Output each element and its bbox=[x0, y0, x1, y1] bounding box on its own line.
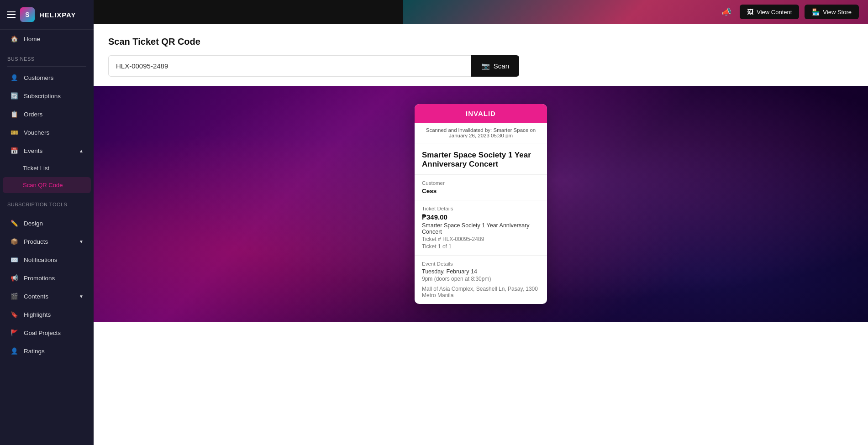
sidebar-item-highlights[interactable]: 🔖 Highlights bbox=[3, 306, 91, 323]
view-content-button[interactable]: 🖼 View Content bbox=[740, 5, 799, 19]
scan-qr-label: Scan QR Code bbox=[23, 182, 63, 188]
sidebar-item-ticket-list[interactable]: Ticket List bbox=[3, 160, 91, 176]
scan-footer bbox=[94, 322, 868, 359]
events-chevron: ▲ bbox=[79, 148, 84, 153]
goal-projects-icon: 🚩 bbox=[10, 329, 18, 337]
sidebar-item-events[interactable]: 📅 Events ▲ bbox=[3, 142, 91, 159]
sidebar-item-design[interactable]: ✏️ Design bbox=[3, 215, 91, 232]
notifications-label: Notifications bbox=[24, 257, 58, 263]
scan-input-row: 📷 Scan bbox=[108, 55, 519, 77]
sidebar-item-scan-qr[interactable]: Scan QR Code bbox=[3, 177, 91, 193]
orders-icon: 📋 bbox=[10, 110, 18, 118]
camera-icon: 📷 bbox=[481, 62, 490, 70]
result-status: INVALID bbox=[415, 104, 547, 123]
ticket-details-section: Ticket Details ₱349.00 Smarter Space Soc… bbox=[415, 200, 547, 256]
event-details-label: Event Details bbox=[422, 261, 540, 267]
sidebar: S HELIXPAY 🏠 Home Business 👤 Customers 🔄… bbox=[0, 0, 94, 445]
ratings-label: Ratings bbox=[24, 348, 45, 355]
customer-label: Customer bbox=[422, 180, 540, 186]
orders-label: Orders bbox=[24, 111, 42, 118]
sidebar-header: S HELIXPAY bbox=[0, 0, 94, 30]
sidebar-item-ratings[interactable]: 👤 Ratings bbox=[3, 342, 91, 360]
scan-header: Scan Ticket QR Code 📷 Scan bbox=[94, 24, 868, 86]
highlights-label: Highlights bbox=[24, 311, 51, 318]
highlights-icon: 🔖 bbox=[10, 310, 18, 319]
scan-button[interactable]: 📷 Scan bbox=[471, 55, 519, 77]
page-title: Scan Ticket QR Code bbox=[108, 37, 853, 47]
scan-page: Scan Ticket QR Code 📷 Scan INVALID Scann… bbox=[94, 24, 868, 445]
sidebar-item-goal-projects[interactable]: 🚩 Goal Projects bbox=[3, 324, 91, 341]
sidebar-item-subscriptions[interactable]: 🔄 Subscriptions bbox=[3, 87, 91, 105]
sidebar-item-promotions[interactable]: 📢 Promotions bbox=[3, 269, 91, 287]
main-content: Scan Ticket QR Code 📷 Scan INVALID Scann… bbox=[94, 24, 868, 445]
events-label: Events bbox=[24, 147, 42, 154]
logo-icon: S bbox=[20, 7, 35, 22]
event-location: Mall of Asia Complex, Seashell Ln, Pasay… bbox=[422, 286, 540, 298]
customers-label: Customers bbox=[24, 74, 53, 81]
design-label: Design bbox=[24, 220, 43, 227]
customer-name: Cess bbox=[422, 188, 540, 194]
scan-button-label: Scan bbox=[494, 62, 509, 70]
view-store-icon: 🏪 bbox=[812, 8, 820, 16]
divider-business bbox=[7, 66, 86, 67]
ticket-of: Ticket 1 of 1 bbox=[422, 243, 540, 250]
result-invalidated-text: Scanned and invalidated by: Smarter Spac… bbox=[415, 123, 547, 143]
view-store-label: View Store bbox=[823, 9, 852, 16]
contents-icon: 🎬 bbox=[10, 292, 18, 300]
topbar-content: 📣 🖼 View Content 🏪 View Store bbox=[719, 4, 859, 20]
sidebar-item-vouchers[interactable]: 🎫 Vouchers bbox=[3, 124, 91, 141]
event-details-section: Event Details Tuesday, February 14 9pm (… bbox=[415, 256, 547, 304]
view-store-button[interactable]: 🏪 View Store bbox=[805, 5, 859, 19]
logo-text: HELIXPAY bbox=[39, 11, 76, 19]
home-label: Home bbox=[24, 36, 40, 42]
contents-label: Contents bbox=[24, 293, 48, 300]
view-content-label: View Content bbox=[757, 9, 792, 16]
sidebar-item-customers[interactable]: 👤 Customers bbox=[3, 69, 91, 86]
subscriptions-label: Subscriptions bbox=[24, 93, 61, 99]
products-chevron: ▼ bbox=[79, 239, 84, 244]
vouchers-label: Vouchers bbox=[24, 129, 49, 136]
sidebar-item-orders[interactable]: 📋 Orders bbox=[3, 105, 91, 123]
sidebar-item-contents[interactable]: 🎬 Contents ▼ bbox=[3, 288, 91, 305]
event-date: Tuesday, February 14 bbox=[422, 268, 540, 275]
vouchers-icon: 🎫 bbox=[10, 128, 18, 136]
tools-section-label: Subscription Tools bbox=[0, 194, 94, 210]
products-icon: 📦 bbox=[10, 237, 18, 246]
products-label: Products bbox=[24, 238, 48, 245]
subscriptions-icon: 🔄 bbox=[10, 92, 18, 100]
view-content-icon: 🖼 bbox=[747, 8, 753, 16]
events-icon: 📅 bbox=[10, 147, 18, 155]
ticket-price: ₱349.00 bbox=[422, 213, 540, 221]
promotions-label: Promotions bbox=[24, 275, 55, 282]
customer-section: Customer Cess bbox=[415, 175, 547, 200]
ticket-number: Ticket # HLX-00095-2489 bbox=[422, 236, 540, 242]
bell-icon[interactable]: 📣 bbox=[719, 4, 734, 20]
result-card: INVALID Scanned and invalidated by: Smar… bbox=[415, 104, 547, 304]
sidebar-item-products[interactable]: 📦 Products ▼ bbox=[3, 233, 91, 250]
topbar: 📣 🖼 View Content 🏪 View Store bbox=[94, 0, 868, 24]
sidebar-item-notifications[interactable]: ✉️ Notifications bbox=[3, 251, 91, 268]
customers-icon: 👤 bbox=[10, 73, 18, 82]
scan-background: INVALID Scanned and invalidated by: Smar… bbox=[94, 86, 868, 322]
divider-tools bbox=[7, 212, 86, 212]
ticket-code-input[interactable] bbox=[108, 55, 471, 77]
sidebar-item-home[interactable]: 🏠 Home bbox=[3, 30, 91, 47]
menu-toggle[interactable] bbox=[7, 11, 16, 18]
ratings-icon: 👤 bbox=[10, 347, 18, 355]
contents-chevron: ▼ bbox=[79, 294, 84, 299]
notifications-icon: ✉️ bbox=[10, 256, 18, 264]
ticket-details-label: Ticket Details bbox=[422, 206, 540, 211]
promotions-icon: 📢 bbox=[10, 274, 18, 282]
design-icon: ✏️ bbox=[10, 219, 18, 227]
ticket-list-label: Ticket List bbox=[23, 165, 49, 172]
ticket-event-name: Smarter Space Society 1 Year Anniversary… bbox=[422, 222, 540, 235]
goal-projects-label: Goal Projects bbox=[24, 330, 61, 336]
event-time: 9pm (doors open at 8:30pm) bbox=[422, 276, 540, 282]
business-section-label: Business bbox=[0, 48, 94, 64]
result-event-title: Smarter Space Society 1 Year Anniversary… bbox=[415, 143, 547, 175]
home-icon: 🏠 bbox=[10, 35, 18, 43]
